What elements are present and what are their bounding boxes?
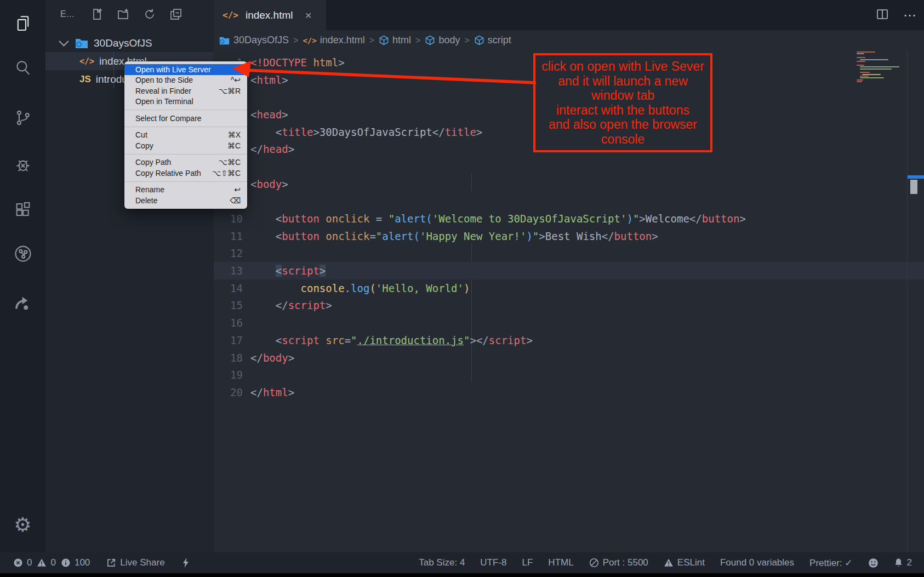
menu-separator [124,110,247,110]
menu-item-open-with-live-server[interactable]: Open with Live Server [124,64,247,75]
annotation-text-line: window tab [535,88,710,103]
breadcrumb-item-index.html[interactable]: </>index.html [303,35,364,46]
annotation-box: click on open with Live Severand it will… [533,53,712,152]
folder-row-30DaysOfJS[interactable]: 30DaysOfJS [45,34,214,52]
code-line-9[interactable]: 9 [214,193,924,210]
folder-icon [75,38,88,49]
split-editor-icon[interactable] [876,8,889,23]
code-line-10[interactable]: 10 <button onclick = "alert('Welcome to … [214,210,924,227]
menu-item-copy-path[interactable]: Copy Path⌥⌘C [124,157,247,168]
status-item-tab-size-4[interactable]: Tab Size: 4 [419,557,465,568]
close-tab-icon[interactable]: × [305,9,312,22]
code-line-14[interactable]: 14 console.log('Hello, World') [214,279,924,297]
root-folder-label: 30DaysOfJS [94,37,152,49]
menu-item-copy-relative-path[interactable]: Copy Relative Path⌥⇧⌘C [124,168,247,179]
breadcrumb-item-script[interactable]: script [474,35,511,46]
menu-separator [124,181,247,182]
status-item-0[interactable]: 0 [37,557,55,568]
code-line-8[interactable]: 8<body> [214,175,924,193]
explorer-title: E... [60,9,75,19]
extensions-icon[interactable] [0,196,45,224]
annotation-text-line: click on open with Live Sever [535,59,710,74]
more-actions-icon[interactable]: ⋯ [903,8,916,23]
breadcrumb-item-30DaysOfJS[interactable]: 30DaysOfJS [219,35,289,46]
status-item-2[interactable]: 2 [894,557,912,568]
status-item-prettier-[interactable]: Prettier: ✓ [809,557,852,569]
status-item-port-5500[interactable]: Port : 5500 [589,557,648,568]
code-line-17[interactable]: 17 <script src="./introduction.js"></scr… [214,332,924,349]
share-arrow-icon[interactable] [0,289,45,317]
breadcrumb-item-html[interactable]: html [379,35,411,46]
chevron-down-icon [59,36,69,46]
collapse-all-icon[interactable] [168,6,184,22]
menu-separator [124,154,247,155]
scrollbar-thumb[interactable] [910,180,917,194]
menu-separator [124,127,247,127]
overview-ruler-mark [908,175,924,179]
html-file-icon: </> [223,10,238,20]
status-item-utf-8[interactable]: UTF-8 [480,557,506,568]
bolt-icon [181,557,190,568]
menu-item-copy[interactable]: Copy⌘C [124,140,247,151]
tab-label: index.html [246,9,293,21]
source-control-icon[interactable] [0,104,45,132]
status-bar: 00100Live Share Tab Size: 4UTF-8LFHTMLPo… [0,552,924,573]
tab-index-html[interactable]: </> index.html × [214,0,326,30]
port-icon [589,558,599,568]
tree-indent-guide [113,52,114,88]
vscode-window: ⚙ E... 30DaysOfJS </>index [0,0,924,577]
breadcrumb-separator: > [369,36,374,45]
code-line-16[interactable]: 16 [214,314,924,332]
html-file-icon: </> [79,56,94,66]
code-line-11[interactable]: 11 <button onclick="alert('Happy New Yea… [214,227,924,245]
menu-item-rename[interactable]: Rename↩ [124,185,247,196]
breadcrumb-item-body[interactable]: body [425,35,460,46]
search-icon[interactable] [0,54,45,81]
live-share-icon[interactable] [0,240,45,267]
menu-item-open-to-the-side[interactable]: Open to the Side^↩ [124,75,247,86]
window-bottom-edge [0,573,924,577]
debug-icon[interactable] [0,151,45,179]
explorer-header: E... [45,0,214,28]
minimap[interactable] [857,52,906,81]
annotation-text-line: console [535,132,710,147]
menu-item-reveal-in-finder[interactable]: Reveal in Finder⌥⌘R [124,85,247,96]
js-file-icon: JS [79,74,91,85]
eslint-warning-icon [664,558,674,568]
code-line-15[interactable]: 15 </script> [214,297,924,315]
code-line-13[interactable]: 13 <script> [214,262,924,279]
status-item-found-0-variables[interactable]: Found 0 variables [720,557,794,568]
settings-gear-icon[interactable]: ⚙ [0,511,45,538]
code-line-12[interactable]: 12 [214,245,924,262]
status-item-html[interactable]: HTML [548,557,573,568]
status-item-bolt-icon[interactable] [181,557,190,568]
annotation-text-line: interact with the buttons [535,103,710,118]
smiley-icon [868,558,879,568]
breadcrumb-separator: > [293,36,298,45]
status-item-eslint[interactable]: ESLint [664,557,705,568]
warning-icon [37,558,47,568]
new-folder-icon[interactable] [115,6,132,22]
context-menu: Open with Live ServerOpen to the Side^↩R… [124,61,247,209]
menu-item-cut[interactable]: Cut⌘X [124,130,247,141]
bell-icon [894,558,903,568]
refresh-icon[interactable] [141,6,158,22]
status-item-smiley-icon[interactable] [868,558,879,568]
status-item-live-share[interactable]: Live Share [106,557,164,568]
menu-item-select-for-compare[interactable]: Select for Compare [124,113,247,124]
code-line-18[interactable]: 18</body> [214,349,924,367]
code-line-7[interactable]: 7 [214,158,924,175]
code-line-20[interactable]: 20</html> [214,384,924,401]
breadcrumb: 30DaysOfJS></>index.html>html>body>scrip… [214,30,924,50]
menu-item-delete[interactable]: Delete⌫ [124,195,247,206]
status-item-lf[interactable]: LF [522,557,533,568]
status-item-100[interactable]: 100 [61,557,90,568]
code-line-19[interactable]: 19 [214,366,924,384]
error-icon [13,558,23,568]
breadcrumb-separator: > [415,36,420,45]
status-item-0[interactable]: 0 [13,557,32,568]
explorer-icon[interactable] [0,10,45,37]
info-icon [61,558,71,568]
menu-item-open-in-terminal[interactable]: Open in Terminal [124,96,247,107]
new-file-icon[interactable] [89,6,105,22]
